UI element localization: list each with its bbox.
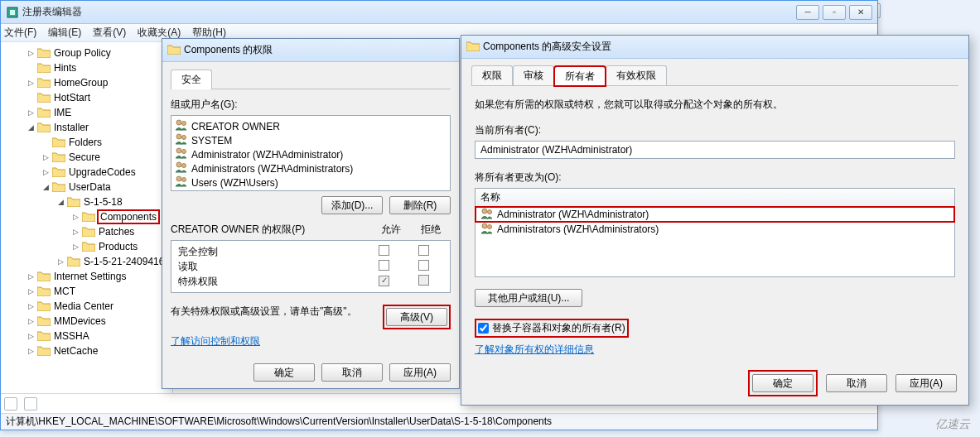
allow-checkbox[interactable] — [379, 260, 389, 271]
expand-icon[interactable]: ◢ — [56, 198, 65, 206]
learn-ownership-link[interactable]: 了解对象所有权的详细信息 — [475, 343, 594, 357]
current-owner-label: 当前所有者(C): — [475, 123, 955, 137]
menu-edit[interactable]: 编辑(E) — [48, 26, 81, 40]
tree-item[interactable]: ◢UserData — [1, 180, 172, 194]
perm-cancel-button[interactable]: 取消 — [321, 363, 383, 382]
permissions-title: Components 的权限 — [184, 43, 273, 57]
expand-icon[interactable]: ▷ — [26, 287, 36, 295]
tree-item[interactable]: ▷NetCache — [1, 343, 172, 358]
registry-tree[interactable]: ▷Group PolicyHints▷HomeGroupHotStart▷IME… — [1, 42, 173, 393]
other-users-button[interactable]: 其他用户或组(U)... — [475, 289, 582, 307]
tree-item[interactable]: ▷S-1-5-21-24094163 — [1, 254, 172, 269]
user-list-item[interactable]: Administrator (WZH\Administrator) — [175, 147, 447, 161]
user-list-item[interactable]: CREATOR OWNER — [175, 119, 447, 133]
expand-icon[interactable]: ◢ — [26, 123, 36, 132]
perm-ok-button[interactable]: 确定 — [253, 363, 315, 382]
folder-icon — [52, 181, 65, 193]
owner-list[interactable]: 名称 Administrator (WZH\Administrator)Admi… — [475, 188, 955, 277]
adv-tab[interactable]: 权限 — [471, 65, 513, 85]
tree-item[interactable]: ▷Internet Settings — [1, 269, 172, 284]
tree-item[interactable]: ◢S-1-5-18 — [1, 194, 172, 209]
add-button[interactable]: 添加(D)... — [321, 196, 383, 214]
expand-icon[interactable]: ▷ — [70, 228, 80, 236]
tree-item[interactable]: ▷HomeGroup — [1, 75, 172, 90]
deny-checkbox[interactable] — [418, 260, 429, 271]
folder-icon — [67, 256, 80, 267]
replace-owner-checkbox-row[interactable]: 替换子容器和对象的所有者(R) — [475, 319, 629, 338]
toolbar-icon-1[interactable] — [4, 397, 17, 411]
col-deny: 拒绝 — [411, 223, 451, 240]
tree-item[interactable]: ▷MSSHA — [1, 329, 172, 343]
adv-apply-button[interactable]: 应用(A) — [896, 374, 957, 392]
tree-item[interactable]: ◢Installer — [1, 120, 172, 135]
svg-point-6 — [176, 148, 181, 153]
remove-button[interactable]: 删除(R) — [389, 196, 451, 214]
user-list-item[interactable]: SYSTEM — [175, 133, 447, 147]
expand-icon[interactable]: ▷ — [26, 317, 36, 325]
advanced-title: Components 的高级安全设置 — [483, 40, 611, 54]
adv-cancel-button[interactable]: 取消 — [826, 374, 887, 392]
expand-icon[interactable]: ▷ — [26, 272, 36, 281]
expand-icon[interactable]: ▷ — [56, 257, 65, 266]
user-icon — [480, 208, 494, 222]
owner-list-item[interactable]: Administrators (WZH\Administrators) — [476, 222, 954, 237]
tree-item[interactable]: ▷Components — [1, 209, 172, 224]
user-icon — [175, 147, 188, 161]
folder-icon — [37, 345, 51, 357]
tree-item[interactable]: ▷Patches — [1, 224, 172, 239]
expand-icon[interactable]: ▷ — [26, 347, 36, 355]
tree-item[interactable]: Hints — [1, 60, 172, 75]
expand-icon[interactable]: ◢ — [41, 183, 51, 191]
close-button[interactable]: ✕ — [849, 5, 872, 20]
expand-icon[interactable]: ▷ — [70, 213, 80, 221]
user-list-item[interactable]: Users (WZH\Users) — [175, 175, 447, 190]
adv-tab[interactable]: 有效权限 — [606, 65, 667, 85]
user-icon — [175, 175, 188, 190]
adv-tab[interactable]: 审核 — [513, 65, 554, 85]
menu-view[interactable]: 查看(V) — [93, 26, 126, 40]
expand-icon[interactable]: ▷ — [26, 79, 36, 87]
tree-item[interactable]: ▷MCT — [1, 284, 172, 299]
expand-icon[interactable]: ▷ — [70, 243, 80, 251]
folder-icon — [52, 137, 65, 148]
user-list-item[interactable]: Administrators (WZH\Administrators) — [175, 161, 447, 175]
expand-icon[interactable]: ▷ — [26, 108, 36, 117]
expand-icon[interactable]: ▷ — [26, 49, 36, 57]
allow-checkbox[interactable] — [379, 245, 389, 256]
adv-ok-button[interactable]: 确定 — [752, 374, 813, 392]
tree-item[interactable]: ▷Group Policy — [1, 46, 172, 60]
tree-item[interactable]: ▷UpgradeCodes — [1, 165, 172, 180]
advanced-titlebar: Components 的高级安全设置 — [461, 36, 968, 59]
owner-name-column[interactable]: 名称 — [476, 189, 954, 207]
expand-icon[interactable]: ▷ — [41, 153, 51, 161]
tree-item[interactable]: ▷Products — [1, 239, 172, 254]
learn-access-link[interactable]: 了解访问控制和权限 — [171, 334, 260, 348]
tree-item[interactable]: ▷Secure — [1, 150, 172, 165]
allow-checkbox — [379, 276, 389, 286]
expand-icon[interactable]: ▷ — [26, 302, 36, 310]
expand-icon[interactable]: ▷ — [26, 332, 36, 340]
expand-icon[interactable]: ▷ — [41, 168, 51, 176]
tree-item[interactable]: ▷IME — [1, 105, 172, 120]
maximize-button[interactable]: ▫ — [823, 5, 846, 20]
regedit-icon — [6, 6, 19, 19]
menu-file[interactable]: 文件(F) — [4, 26, 36, 40]
toolbar-icon-2[interactable] — [24, 397, 37, 411]
svg-point-5 — [182, 136, 186, 140]
tree-item[interactable]: Folders — [1, 135, 172, 150]
deny-checkbox[interactable] — [418, 245, 429, 256]
advanced-help-text: 有关特殊权限或高级设置，请单击"高级"。 — [171, 305, 374, 319]
tree-item[interactable]: ▷MMDevices — [1, 314, 172, 329]
perm-apply-button[interactable]: 应用(A) — [389, 363, 451, 382]
owner-list-item[interactable]: Administrator (WZH\Administrator) — [476, 207, 954, 222]
folder-icon — [82, 211, 95, 223]
permissions-titlebar: Components 的权限 — [162, 39, 459, 62]
minimize-button[interactable]: ─ — [796, 5, 819, 20]
tab-security[interactable]: 安全 — [171, 70, 212, 89]
tree-item[interactable]: HotStart — [1, 90, 172, 105]
replace-owner-checkbox[interactable] — [478, 323, 489, 334]
advanced-button[interactable]: 高级(V) — [386, 308, 447, 326]
tree-item[interactable]: ▷Media Center — [1, 299, 172, 314]
user-list[interactable]: CREATOR OWNERSYSTEMAdministrator (WZH\Ad… — [171, 115, 451, 191]
adv-tab[interactable]: 所有者 — [554, 66, 606, 86]
